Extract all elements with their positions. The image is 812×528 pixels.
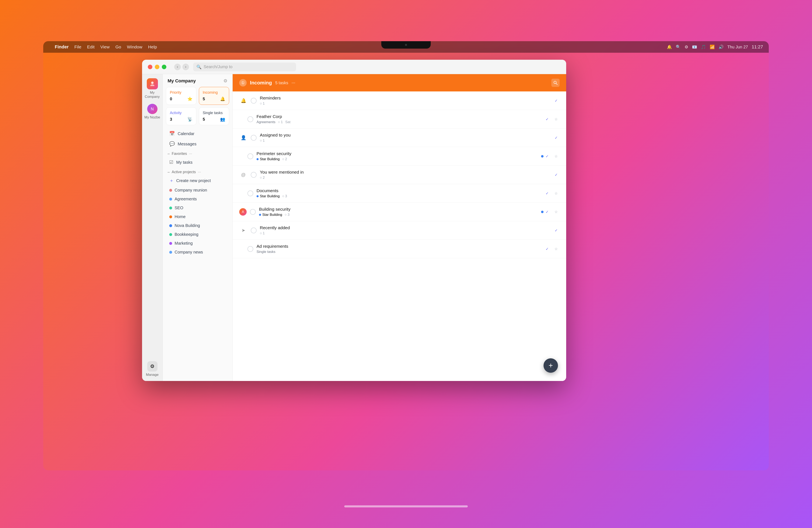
project-dot-3 bbox=[169, 215, 172, 218]
task-assigned-check[interactable] bbox=[251, 135, 257, 141]
favorites-chevron: – bbox=[168, 152, 170, 156]
task-reminders-check-action[interactable]: ✓ bbox=[553, 97, 560, 104]
task-item-reminders[interactable]: 🔔 Reminders ○1 bbox=[233, 91, 566, 110]
task-item-mention[interactable]: @ You were mentioned in ○2 bbox=[233, 166, 566, 184]
task-building-avatar: A bbox=[239, 208, 247, 216]
task-mention-done[interactable]: ✓ bbox=[553, 171, 560, 179]
create-project-item[interactable]: ＋ Create new project bbox=[164, 175, 231, 186]
create-project-label: Create new project bbox=[176, 179, 211, 183]
task-documents-title: Documents bbox=[257, 188, 540, 193]
menu-help[interactable]: Help bbox=[148, 44, 157, 49]
app-name[interactable]: Finder bbox=[55, 44, 69, 49]
task-documents-check[interactable] bbox=[247, 190, 253, 196]
task-building-done[interactable]: ✓ bbox=[543, 209, 551, 215]
task-item-assigned[interactable]: 👤 Assigned to you ○1 bbox=[233, 128, 566, 147]
sidebar-item-messages[interactable]: 💬 Messages bbox=[164, 139, 231, 149]
task-mention-meta: ○2 bbox=[260, 176, 549, 180]
incoming-more-button[interactable]: ··· bbox=[291, 80, 295, 85]
task-feather-done[interactable]: ✓ bbox=[543, 116, 551, 123]
task-assigned-meta: ○1 bbox=[260, 139, 549, 143]
close-button[interactable] bbox=[148, 65, 153, 69]
task-recent-check[interactable] bbox=[251, 228, 257, 233]
single-tasks-card[interactable]: Single tasks 5 👥 bbox=[199, 107, 229, 125]
back-button[interactable]: ‹ bbox=[174, 63, 181, 70]
nozbe-icon-item[interactable]: N My Nozbe bbox=[144, 104, 160, 119]
priority-number: 0 bbox=[170, 97, 172, 101]
menu-edit[interactable]: Edit bbox=[87, 44, 95, 49]
menu-go[interactable]: Go bbox=[115, 44, 121, 49]
sidebar-item-my-tasks[interactable]: ☑ My tasks bbox=[164, 157, 231, 168]
task-feather-tag: Agreements bbox=[257, 120, 275, 124]
task-mention-check[interactable] bbox=[251, 172, 257, 178]
project-dot-6 bbox=[169, 242, 172, 245]
task-item-ad[interactable]: Ad requirements Single tasks ✓ ☆ bbox=[233, 240, 566, 258]
task-perimeter-check[interactable] bbox=[247, 153, 253, 159]
single-tasks-icon: 👥 bbox=[220, 117, 225, 122]
task-item-recent[interactable]: ➤ Recently added ○1 bbox=[233, 221, 566, 240]
incoming-card[interactable]: Incoming 5 🔔 bbox=[199, 87, 229, 105]
single-tasks-number: 5 bbox=[203, 117, 205, 122]
project-dot-0 bbox=[169, 189, 172, 192]
project-item-2[interactable]: SEO bbox=[164, 203, 231, 212]
project-item-6[interactable]: Marketing bbox=[164, 239, 231, 248]
maximize-button[interactable] bbox=[162, 65, 166, 69]
manage-icon-item[interactable]: ⚙ Manage bbox=[146, 361, 159, 377]
task-assigned-done[interactable]: ✓ bbox=[553, 134, 560, 141]
sidebar-item-calendar[interactable]: 📅 Calendar bbox=[164, 128, 231, 139]
minimize-button[interactable] bbox=[155, 65, 159, 69]
task-mention-title: You were mentioned in bbox=[260, 170, 549, 175]
task-ad-done[interactable]: ✓ bbox=[543, 245, 551, 253]
task-documents-done[interactable]: ✓ bbox=[543, 190, 551, 197]
task-perimeter-done[interactable]: ✓ bbox=[543, 153, 551, 160]
task-feather-star[interactable]: ☆ bbox=[553, 116, 560, 123]
incoming-task-count: 5 tasks bbox=[275, 81, 288, 85]
my-tasks-label: My tasks bbox=[176, 160, 192, 165]
project-item-0[interactable]: Company reunion bbox=[164, 186, 231, 195]
project-item-3[interactable]: Home bbox=[164, 212, 231, 221]
company-icon-item[interactable]: My Company bbox=[142, 78, 162, 99]
task-recent-icon: ➤ bbox=[239, 226, 247, 234]
task-ad-check[interactable] bbox=[247, 246, 253, 252]
task-reminders-title: Reminders bbox=[260, 96, 549, 100]
add-task-button[interactable]: + bbox=[543, 358, 558, 373]
task-recent-meta: ○1 bbox=[260, 231, 549, 236]
task-recent-done[interactable]: ✓ bbox=[553, 227, 560, 234]
menu-window[interactable]: Window bbox=[127, 44, 142, 49]
messages-label: Messages bbox=[178, 142, 197, 146]
camera-notch bbox=[381, 41, 431, 48]
menubar-icon-2: 🔍 bbox=[676, 44, 681, 49]
menu-file[interactable]: File bbox=[74, 44, 81, 49]
menubar-right: 🔔 🔍 ⚙ 📧 🎵 📶 🔊 Thu Jun 27 11:27 bbox=[667, 44, 763, 49]
project-label-6: Marketing bbox=[175, 241, 193, 246]
task-perimeter-star[interactable]: ☆ bbox=[553, 153, 560, 160]
menu-view[interactable]: View bbox=[100, 44, 110, 49]
project-item-1[interactable]: Agreements bbox=[164, 195, 231, 203]
task-assigned-actions: ✓ bbox=[553, 134, 560, 141]
activity-signal-icon: 📡 bbox=[187, 117, 192, 122]
task-item-perimeter[interactable]: Perimeter security Star Building ○2 bbox=[233, 147, 566, 166]
project-item-7[interactable]: Company news bbox=[164, 248, 231, 257]
task-building-check[interactable] bbox=[250, 209, 256, 215]
task-perimeter-actions: ✓ ☆ bbox=[543, 153, 560, 160]
active-projects-more[interactable]: ··· bbox=[198, 170, 201, 174]
settings-icon[interactable]: ⚙ bbox=[223, 78, 228, 84]
task-building-star[interactable]: ☆ bbox=[553, 209, 560, 215]
favorites-more[interactable]: ··· bbox=[189, 152, 192, 156]
search-bar[interactable]: 🔍 Search/Jump to bbox=[193, 62, 296, 71]
project-item-4[interactable]: Nova Building bbox=[164, 221, 231, 230]
task-ad-meta: Single tasks bbox=[257, 250, 540, 254]
task-documents-star[interactable]: ☆ bbox=[553, 190, 560, 197]
project-item-5[interactable]: Bookkeeping bbox=[164, 230, 231, 239]
task-feather-check[interactable] bbox=[247, 116, 253, 122]
incoming-left: ① Incoming 5 tasks ··· bbox=[239, 79, 295, 86]
incoming-search-button[interactable] bbox=[551, 79, 560, 87]
priority-card[interactable]: Priority 0 ⭐ bbox=[166, 87, 197, 105]
task-item-feather[interactable]: Feather Corp Agreements ○1 Sat bbox=[233, 110, 566, 128]
task-item-building[interactable]: A Building security Star Building bbox=[233, 203, 566, 221]
task-reminders-check[interactable] bbox=[251, 98, 257, 103]
task-assigned-icon: 👤 bbox=[239, 134, 247, 142]
task-item-documents[interactable]: Documents Star Building ○3 bbox=[233, 184, 566, 203]
activity-card[interactable]: Activity 3 📡 bbox=[166, 107, 197, 125]
forward-button[interactable]: › bbox=[183, 63, 189, 70]
task-ad-star[interactable]: ☆ bbox=[553, 245, 560, 253]
